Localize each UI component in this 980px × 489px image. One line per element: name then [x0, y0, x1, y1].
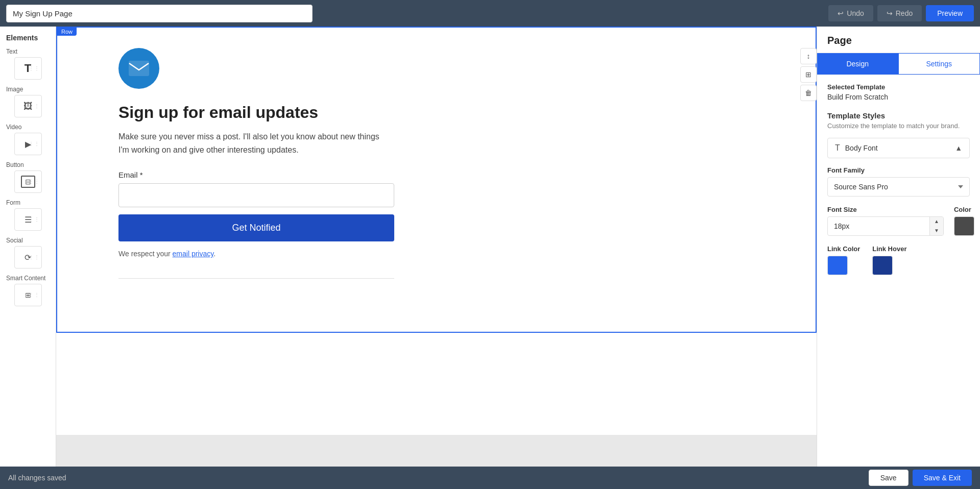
element-text-item: Text T ⋮⋮: [4, 48, 52, 80]
svg-rect-0: [129, 61, 149, 76]
privacy-text: We respect your email privacy.: [118, 250, 425, 258]
font-size-col: Font Size ▲ ▼: [827, 206, 944, 236]
undo-button[interactable]: ↩ Undo: [828, 5, 873, 21]
font-size-color-row: Font Size ▲ ▼ Color: [827, 206, 970, 236]
font-size-down-button[interactable]: ▼: [930, 226, 943, 235]
bottom-bar: All changes saved Save Save & Exit: [0, 467, 980, 489]
font-size-up-button[interactable]: ▲: [930, 217, 943, 226]
link-hover-item: Link Hover: [872, 245, 906, 275]
element-button-label: Button: [4, 161, 24, 168]
link-color-label: Link Color: [827, 245, 860, 253]
link-hover-color-picker[interactable]: [872, 256, 893, 275]
font-color-picker[interactable]: [954, 216, 974, 236]
canvas-area[interactable]: Row ↕ ⊞ 🗑: [56, 27, 817, 467]
email-form-input[interactable]: [118, 183, 394, 207]
page-title-input[interactable]: [6, 5, 313, 22]
element-social-label: Social: [4, 237, 23, 244]
tab-settings[interactable]: Settings: [898, 53, 981, 75]
font-family-label: Font Family: [827, 166, 970, 174]
color-col: Color: [954, 206, 974, 236]
privacy-text-after: .: [213, 250, 216, 258]
redo-button[interactable]: ↪ Redo: [877, 5, 922, 21]
link-color-item: Link Color: [827, 245, 860, 275]
element-text-box[interactable]: T ⋮⋮: [14, 57, 42, 80]
element-video-box[interactable]: ▶ ⋮⋮: [14, 133, 42, 155]
top-bar-actions: ↩ Undo ↪ Redo Preview: [828, 5, 974, 21]
row-badge: Row: [57, 28, 77, 36]
email-privacy-link[interactable]: email privacy: [173, 250, 214, 258]
element-smart-content-label: Smart Content: [4, 275, 45, 282]
element-video-item: Video ▶ ⋮⋮: [4, 124, 52, 155]
delete-row-button[interactable]: 🗑: [800, 85, 817, 101]
tab-design[interactable]: Design: [817, 53, 898, 75]
signup-heading: Sign up for email updates: [118, 103, 425, 122]
redo-icon: ↪: [887, 9, 893, 17]
row-controls: ↕ ⊞ 🗑: [800, 48, 817, 101]
add-row-button[interactable]: ⊞: [800, 66, 817, 83]
font-size-label: Font Size: [827, 206, 944, 213]
font-size-input-wrap: ▲ ▼: [827, 216, 944, 236]
element-image-box[interactable]: 🖼 ⋮⋮: [14, 95, 42, 117]
color-label: Color: [954, 206, 974, 213]
right-sidebar: Page Design Settings Selected Template B…: [817, 27, 980, 467]
chevron-up-icon: ▲: [955, 144, 962, 152]
selected-template-value: Build From Scratch: [827, 93, 970, 101]
font-family-group: Font Family Source Sans Pro Arial Georgi…: [827, 166, 970, 197]
font-size-input[interactable]: [828, 218, 929, 234]
element-form-label: Form: [4, 199, 20, 206]
element-text-label: Text: [4, 48, 17, 55]
add-icon: ⊞: [805, 70, 811, 79]
element-form-item: Form ☰ ⋮⋮: [4, 199, 52, 231]
template-styles-subtitle: Customize the template to match your bra…: [827, 122, 970, 130]
selected-template-section: Selected Template Build From Scratch: [827, 83, 970, 101]
drag-dots: ⋮⋮: [29, 256, 40, 259]
main-layout: Elements Text T ⋮⋮ Image 🖼 ⋮⋮ Video ▶ ⋮⋮: [0, 27, 980, 467]
link-color-picker[interactable]: [827, 256, 848, 275]
template-styles-section: Template Styles Customize the template t…: [827, 111, 970, 130]
get-notified-button[interactable]: Get Notified: [118, 214, 394, 241]
signup-content: Sign up for email updates Make sure you …: [118, 48, 425, 279]
element-form-box[interactable]: ☰ ⋮⋮: [14, 208, 42, 231]
save-button[interactable]: Save: [869, 470, 909, 486]
element-image-label: Image: [4, 86, 23, 93]
element-social-item: Social ⟳ ⋮⋮: [4, 237, 52, 268]
element-image-item: Image 🖼 ⋮⋮: [4, 86, 52, 117]
body-font-icon: T: [835, 143, 840, 153]
bottom-actions: Save Save & Exit: [869, 470, 972, 486]
accordion-left: T Body Font: [835, 143, 878, 153]
undo-icon: ↩: [838, 9, 844, 17]
drag-dots: ⋮⋮: [29, 294, 40, 297]
font-family-select[interactable]: Source Sans Pro Arial Georgia Times New …: [827, 177, 970, 197]
drag-dots: ⋮⋮: [29, 180, 40, 183]
element-smart-content-box[interactable]: ⊞ ⋮⋮: [14, 284, 42, 306]
signup-subtext: Make sure you never miss a post. I'll al…: [118, 130, 384, 156]
canvas-frame: Row ↕ ⊞ 🗑: [56, 27, 817, 435]
top-bar: ↩ Undo ↪ Redo Preview: [0, 0, 980, 27]
link-colors-row: Link Color Link Hover: [827, 245, 970, 275]
element-video-label: Video: [4, 124, 21, 131]
template-styles-label: Template Styles: [827, 111, 970, 120]
drag-dots: ⋮⋮: [29, 218, 40, 221]
element-button-box[interactable]: ⊟ ⋮⋮: [14, 170, 42, 193]
element-social-box[interactable]: ⟳ ⋮⋮: [14, 246, 42, 268]
canvas-row: Row ↕ ⊞ 🗑: [56, 27, 817, 333]
drag-dots: ⋮⋮: [29, 67, 40, 70]
elements-sidebar: Elements Text T ⋮⋮ Image 🖼 ⋮⋮ Video ▶ ⋮⋮: [0, 27, 56, 467]
trash-icon: 🗑: [805, 89, 812, 97]
canvas-divider: [118, 278, 394, 279]
drag-dots: ⋮⋮: [29, 105, 40, 108]
email-envelope-icon: [129, 58, 149, 79]
drag-dots: ⋮⋮: [29, 142, 40, 145]
save-exit-button[interactable]: Save & Exit: [913, 470, 972, 486]
preview-button[interactable]: Preview: [926, 5, 974, 21]
element-button-item: Button ⊟ ⋮⋮: [4, 161, 52, 193]
link-hover-label: Link Hover: [872, 245, 906, 253]
email-form-label: Email *: [118, 170, 425, 179]
body-font-label: Body Font: [845, 144, 878, 152]
sidebar-tabs: Design Settings: [817, 53, 980, 75]
body-font-accordion[interactable]: T Body Font ▲: [827, 138, 970, 158]
element-smart-content-item: Smart Content ⊞ ⋮⋮: [4, 275, 52, 306]
move-row-button[interactable]: ↕: [800, 48, 817, 64]
all-changes-saved: All changes saved: [8, 474, 66, 482]
move-icon: ↕: [807, 52, 810, 60]
